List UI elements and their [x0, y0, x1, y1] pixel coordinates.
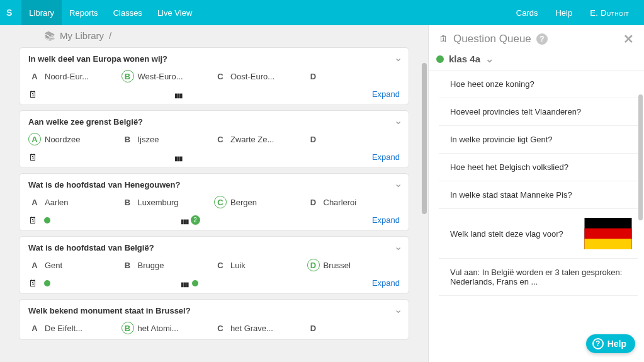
- nav-help[interactable]: Help: [546, 8, 581, 18]
- calendar-icon[interactable]: [28, 152, 38, 162]
- answer-option[interactable]: CZwarte Ze...: [214, 133, 307, 145]
- answer-option[interactable]: COost-Euro...: [214, 70, 307, 82]
- queue-item[interactable]: Hoe heet onze koning?: [439, 71, 638, 98]
- expand-link[interactable]: Expand: [372, 89, 400, 99]
- answer-text: Zwarte Ze...: [230, 135, 274, 144]
- answer-option[interactable]: D: [307, 322, 400, 334]
- answer-text: Gent: [45, 261, 62, 270]
- queue-item-text: Vul aan: In België worden er 3 talen ges…: [450, 268, 634, 286]
- answer-text: Noord-Eur...: [45, 72, 89, 81]
- chevron-down-icon[interactable]: ⌄: [394, 52, 402, 64]
- logo: S: [6, 8, 12, 18]
- answer-letter: C: [214, 133, 227, 145]
- chevron-down-icon[interactable]: ⌄: [394, 303, 402, 315]
- help-label: Help: [607, 339, 626, 349]
- nav-reports[interactable]: Reports: [62, 0, 106, 25]
- answer-text: het Atomi...: [138, 324, 179, 333]
- close-icon[interactable]: ✕: [623, 31, 634, 47]
- answer-letter: C: [214, 322, 227, 334]
- svg-rect-2: [585, 239, 632, 249]
- answer-letter: C: [214, 196, 227, 208]
- answer-text: Brussel: [324, 261, 351, 270]
- scrollbar[interactable]: [422, 63, 427, 214]
- queue-header: Question Queue ? ✕: [429, 25, 644, 50]
- nav-user[interactable]: E. Duthoit: [581, 8, 638, 18]
- chevron-down-icon[interactable]: ⌄: [394, 240, 402, 252]
- answer-option[interactable]: BBrugge: [121, 259, 215, 271]
- question-card: ⌄Aan welke zee grenst België?ANoordzeeBI…: [19, 110, 409, 168]
- nav-classes[interactable]: Classes: [106, 0, 150, 25]
- breadcrumb-slash: /: [109, 30, 111, 41]
- queue-item-text: Hoe heet onze koning?: [450, 79, 634, 89]
- chevron-down-icon[interactable]: ⌄: [394, 115, 402, 127]
- answer-option[interactable]: ANoordzee: [28, 133, 121, 145]
- expand-link[interactable]: Expand: [372, 278, 400, 288]
- queue-item-text: In welke provincie ligt Gent?: [450, 135, 634, 144]
- answer-letter: D: [307, 322, 320, 334]
- queue-item[interactable]: In welke provincie ligt Gent?: [439, 126, 638, 154]
- answer-option[interactable]: DBrussel: [307, 259, 400, 271]
- answer-letter: D: [307, 133, 320, 145]
- queue-help-icon[interactable]: ?: [536, 33, 548, 45]
- answer-option[interactable]: CBergen: [214, 196, 307, 208]
- answer-option[interactable]: BIjszee: [121, 133, 215, 145]
- answer-option[interactable]: AGent: [28, 259, 121, 271]
- help-button[interactable]: ? Help: [586, 334, 635, 353]
- topnav: S Library Reports Classes Live View Card…: [0, 0, 644, 25]
- answer-option[interactable]: Bhet Atomi...: [121, 322, 215, 334]
- answer-option[interactable]: BLuxemburg: [121, 196, 215, 208]
- queue-item[interactable]: Vul aan: In België worden er 3 talen ges…: [439, 259, 638, 296]
- breadcrumb-library[interactable]: My Library: [60, 30, 104, 41]
- chart-icon[interactable]: [174, 89, 182, 99]
- queue-item[interactable]: Hoeveel provincies telt Vlaanderen?: [439, 98, 638, 126]
- answer-text: Ijszee: [138, 135, 159, 144]
- answer-text: West-Euro...: [138, 72, 183, 81]
- answer-option[interactable]: Chet Grave...: [214, 322, 307, 334]
- expand-link[interactable]: Expand: [372, 152, 400, 162]
- answer-text: Luxemburg: [138, 198, 179, 207]
- help-icon: ?: [592, 338, 604, 349]
- answer-letter: A: [28, 70, 41, 82]
- scrollbar[interactable]: [638, 94, 643, 220]
- queue-item[interactable]: Hoe heet het Belgisch volkslied?: [439, 154, 638, 181]
- answer-text: Charleroi: [324, 198, 357, 207]
- queue-item[interactable]: In welke stad staat Manneke Pis?: [439, 181, 638, 209]
- answer-option[interactable]: AAarlen: [28, 196, 121, 208]
- answer-option[interactable]: CLuik: [214, 259, 307, 271]
- queue-class-selector[interactable]: klas 4a ⌄: [429, 50, 644, 71]
- nav-library[interactable]: Library: [21, 0, 62, 25]
- question-queue-pane: Question Queue ? ✕ klas 4a ⌄ Hoe heet on…: [428, 25, 644, 362]
- chevron-down-icon[interactable]: ⌄: [394, 178, 402, 189]
- queue-class-name: klas 4a: [449, 54, 480, 64]
- answer-text: het Grave...: [230, 324, 273, 333]
- expand-link[interactable]: Expand: [372, 215, 400, 225]
- answer-letter: A: [28, 133, 41, 145]
- chart-icon[interactable]: [174, 152, 182, 162]
- calendar-icon[interactable]: [28, 215, 38, 225]
- answer-option[interactable]: D: [307, 133, 400, 145]
- answer-option[interactable]: BWest-Euro...: [121, 70, 215, 82]
- answer-text: Brugge: [138, 261, 164, 270]
- nav-cards[interactable]: Cards: [507, 8, 547, 18]
- queue-item[interactable]: Welk land stelt deze vlag voor?: [439, 209, 638, 259]
- answer-letter: B: [121, 196, 134, 208]
- question-card-list: ⌄In welk deel van Europa wonen wij?ANoor…: [0, 47, 428, 362]
- question-text: Wat is de hoofdstad van Henegouwen?: [28, 180, 400, 189]
- nav-live-view[interactable]: Live View: [150, 0, 200, 25]
- question-card: ⌄In welk deel van Europa wonen wij?ANoor…: [19, 47, 409, 105]
- status-dot: [44, 217, 50, 223]
- chart-icon[interactable]: [181, 278, 198, 288]
- flag-germany-icon: [582, 218, 634, 249]
- calendar-icon[interactable]: [28, 278, 38, 288]
- answer-option[interactable]: ADe Eifelt...: [28, 322, 121, 334]
- answer-option[interactable]: D: [307, 70, 400, 82]
- answer-letter: C: [214, 70, 227, 82]
- chart-icon[interactable]: 2: [181, 215, 200, 225]
- answer-option[interactable]: ANoord-Eur...: [28, 70, 121, 82]
- calendar-icon[interactable]: [28, 89, 38, 99]
- question-text: Aan welke zee grenst België?: [28, 117, 400, 127]
- answer-option[interactable]: DCharleroi: [307, 196, 400, 208]
- chevron-down-icon: ⌄: [485, 53, 494, 65]
- calendar-icon: [439, 33, 448, 45]
- answer-text: Noordzee: [45, 135, 80, 144]
